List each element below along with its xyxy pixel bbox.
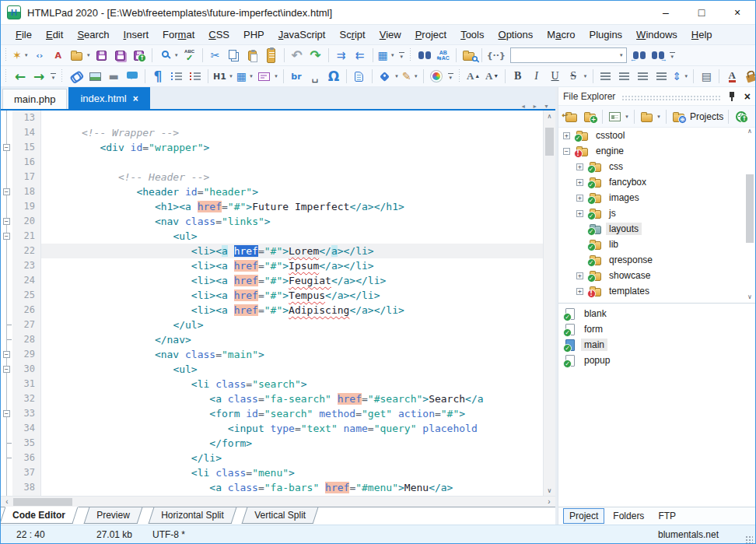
save-button[interactable] [93, 46, 111, 65]
fold-collapse-icon[interactable]: − [3, 410, 10, 417]
increase-font-button[interactable]: A▲ [464, 67, 483, 86]
heading-button[interactable]: H1▼ [212, 67, 235, 86]
code-line[interactable]: </form> [41, 436, 543, 451]
code-line[interactable]: </ul> [41, 318, 543, 332]
code-line[interactable]: <ul> [41, 229, 543, 244]
code-line[interactable]: <form id="search" method="get" action="#… [41, 406, 543, 421]
spell-check-button[interactable]: ABC✓ [180, 46, 199, 65]
unordered-list-button[interactable] [167, 67, 186, 86]
tree-item-lib[interactable]: ✓lib [558, 237, 755, 252]
tree-item-engine[interactable]: −!engine [558, 143, 755, 159]
cut-button[interactable]: ✂ [206, 46, 225, 65]
tree-item-css[interactable]: +✓css [558, 159, 755, 174]
insert-table-button[interactable]: ▦▼ [235, 67, 255, 86]
code-line[interactable]: <li><a href="#">Tempus</a></li> [41, 288, 543, 303]
copy-button[interactable] [225, 46, 243, 65]
code-line[interactable]: </li> [41, 451, 543, 465]
expand-icon[interactable]: + [576, 288, 583, 295]
close-tab-icon[interactable]: × [133, 93, 138, 104]
code-line[interactable]: <!-- Wrapper --> [41, 125, 543, 140]
code-area[interactable]: <!-- Wrapper --> <div id="wrapper"> <!--… [41, 111, 543, 496]
align-center-button[interactable] [615, 67, 634, 86]
find-next-button[interactable]: → [649, 46, 667, 65]
projects-button[interactable]: ⊕Projects [670, 107, 725, 126]
scroll-right-icon[interactable]: › [543, 497, 555, 506]
fold-cell[interactable]: − [1, 406, 12, 421]
fold-cell[interactable]: − [1, 229, 12, 244]
find-button[interactable]: ▼ [156, 46, 180, 65]
menu-plugins[interactable]: Plugins [582, 25, 629, 45]
menu-format[interactable]: Format [156, 25, 201, 45]
fold-gutter[interactable]: −−−−−−− [1, 111, 12, 496]
toolbar-grip[interactable] [5, 69, 9, 83]
menu-tools[interactable]: Tools [453, 25, 491, 45]
undo-button[interactable]: ↶ [288, 46, 306, 65]
menu-script[interactable]: Script [332, 25, 372, 45]
navigate-back-button[interactable]: ← [11, 67, 30, 86]
italic-button[interactable]: I [527, 67, 546, 86]
fold-collapse-icon[interactable]: − [3, 233, 10, 240]
bold-button[interactable]: B [509, 67, 527, 86]
find-in-files-button[interactable] [460, 46, 478, 65]
code-line[interactable]: <li><a href="#">Feugiat</a></li> [41, 273, 543, 288]
code-line[interactable]: <li><a href="#">Ipsum</a></li> [41, 258, 543, 273]
tab-horizontal-split[interactable]: Horizontal Split [148, 507, 236, 524]
pin-icon[interactable] [727, 91, 737, 102]
fold-cell[interactable]: − [1, 214, 12, 229]
fold-cell[interactable]: − [1, 184, 12, 199]
decrease-font-button[interactable]: A▼ [483, 67, 502, 86]
code-line[interactable] [41, 155, 543, 170]
layout-view-button[interactable]: ▦▼ [376, 46, 397, 65]
menu-search[interactable]: Search [70, 25, 116, 45]
tree-item-js[interactable]: +✓js [558, 205, 755, 221]
scroll-up-icon[interactable]: ∧ [548, 111, 552, 121]
special-character-button[interactable]: Ω [324, 67, 343, 86]
scroll-down-icon[interactable]: ∨ [747, 293, 752, 303]
code-line[interactable] [41, 111, 543, 125]
code-line[interactable]: <li class="search"> [41, 377, 543, 391]
code-line[interactable]: <a class="fa-search" href="#search">Sear… [41, 391, 543, 406]
color-picker-button[interactable] [427, 67, 446, 86]
align-left-button[interactable] [597, 67, 615, 86]
file-item-main[interactable]: ✓main [558, 337, 755, 353]
expand-icon[interactable]: + [576, 195, 583, 202]
code-snippet-button[interactable]: {··} [485, 46, 507, 65]
code-line[interactable]: </nav> [41, 332, 543, 347]
menu-view[interactable]: View [373, 25, 408, 45]
chevron-down-icon[interactable]: ▼ [619, 53, 624, 58]
toolbar-grip[interactable] [409, 48, 413, 62]
code-line[interactable]: <a class="fa-bars" href="#menu">Menu</a> [41, 480, 543, 495]
fold-cell[interactable]: − [1, 362, 12, 377]
comment-button[interactable] [123, 67, 142, 86]
justify-button[interactable] [653, 67, 671, 86]
fold-collapse-icon[interactable]: − [3, 144, 10, 151]
paste-button[interactable] [243, 46, 262, 65]
scroll-up-icon[interactable]: ∧ [747, 128, 752, 137]
tab-scroll-left-icon[interactable]: ◄ [520, 104, 526, 109]
tree-scrollbar[interactable]: ∧ ∨ [744, 128, 755, 303]
menu-insert[interactable]: Insert [117, 25, 156, 45]
tab-ftp[interactable]: FTP [653, 509, 681, 523]
tab-preview[interactable]: Preview [84, 507, 143, 524]
close-button[interactable]: × [719, 1, 755, 24]
tree-item-images[interactable]: +✓images [558, 190, 755, 205]
toolbar-grip[interactable] [5, 48, 9, 62]
tab-index-html[interactable]: index.html × [68, 87, 149, 109]
tab-code-editor[interactable]: Code Editor [0, 507, 79, 524]
new-document-button[interactable]: ✶▼ [11, 46, 30, 65]
tree-scroll-thumb[interactable] [746, 174, 754, 243]
format-painter-button[interactable]: ✎▼ [401, 67, 420, 86]
publish-button[interactable]: ↑ [732, 107, 751, 126]
replace-button[interactable]: AB⇆AC [434, 46, 453, 65]
expand-icon[interactable]: + [576, 272, 583, 279]
new-text-document-button[interactable]: A [49, 46, 68, 65]
browse-folder-button[interactable]: ▼ [638, 107, 663, 126]
file-item-form[interactable]: ✓form [558, 321, 755, 337]
toolbar-overflow-icon[interactable]: ▼ [51, 73, 56, 80]
strikethrough-button[interactable]: S▼ [565, 67, 590, 86]
code-line[interactable]: <li><a href="#">Lorem</a></li> [41, 244, 543, 258]
scroll-left-icon[interactable]: ‹ [1, 497, 13, 506]
underline-button[interactable]: U [546, 67, 565, 86]
ordered-list-button[interactable] [186, 67, 205, 86]
menu-javascript[interactable]: JavaScript [271, 25, 333, 45]
